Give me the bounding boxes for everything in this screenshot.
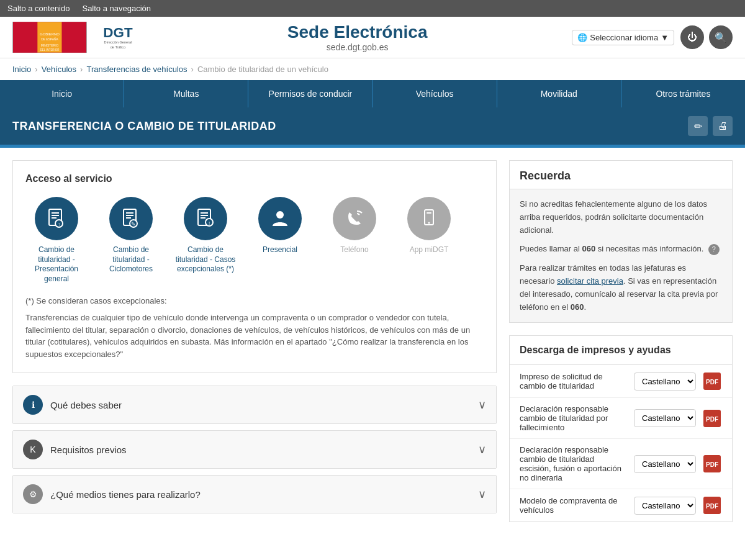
svg-text:DGT: DGT <box>103 25 133 40</box>
breadcrumb-sep-2: › <box>80 65 83 74</box>
user-icon-button[interactable]: ⏻ <box>680 25 704 49</box>
descarga-label-2: Declaración responsable cambio de titula… <box>520 404 628 432</box>
service-access-card: Acceso al servicio ↑ Cambio de titularid… <box>12 160 497 373</box>
nav-otros[interactable]: Otros trámites <box>621 80 745 107</box>
recuerda-num-060-1: 060 <box>582 244 595 253</box>
nav-multas[interactable]: Multas <box>124 80 248 107</box>
descarga-select-3[interactable]: Castellano <box>634 455 696 473</box>
excepcionales-note-text: Transferencias de cualquier tipo de vehí… <box>25 312 484 360</box>
accordion-medios: ⚙ ¿Qué medios tienes para realizarlo? ∨ <box>12 475 497 513</box>
header-tools: 🌐 Seleccionar idioma ▼ ⏻ 🔍 <box>572 25 733 49</box>
pdf-download-4[interactable]: PDF <box>702 495 722 515</box>
right-column: Recuerda Si no acreditas fehacientemente… <box>509 160 733 522</box>
descarga-select-2[interactable]: Castellano <box>634 409 696 427</box>
pdf-download-2[interactable]: PDF <box>702 409 722 428</box>
left-column: Acceso al servicio ↑ Cambio de titularid… <box>12 160 497 522</box>
breadcrumb-inicio[interactable]: Inicio <box>12 65 31 74</box>
skip-to-nav[interactable]: Salto a navegación <box>82 4 151 13</box>
page-title-bar: TRANSFERENCIA O CAMBIO DE TITULARIDAD ✏ … <box>0 107 745 145</box>
service-icon-presencial[interactable]: Presencial <box>249 197 311 284</box>
svg-rect-18 <box>126 212 133 214</box>
language-selector[interactable]: 🌐 Seleccionar idioma ▼ <box>572 30 674 45</box>
icon-circle-presencial <box>258 197 302 240</box>
help-icon[interactable]: ? <box>708 244 720 255</box>
svg-rect-3 <box>62 22 86 52</box>
blue-separator <box>0 145 745 148</box>
pdf-download-3[interactable]: PDF <box>702 454 722 474</box>
chevron-down-icon-2: ∨ <box>478 443 486 456</box>
svg-rect-12 <box>52 212 59 214</box>
main-layout: Acceso al servicio ↑ Cambio de titularid… <box>0 160 745 535</box>
nav-vehiculos[interactable]: Vehículos <box>373 80 497 107</box>
recuerda-title: Recuerda <box>510 161 732 189</box>
descarga-row-1: Impreso de solicitud de cambio de titula… <box>510 365 732 398</box>
breadcrumb-sep-3: › <box>191 65 194 74</box>
svg-rect-26 <box>201 217 205 219</box>
service-access-title: Acceso al servicio <box>25 173 484 184</box>
label-excepcionales: Cambio de titularidad - Casos excepciona… <box>174 245 237 274</box>
icon-circle-ciclomotores: ✎ <box>109 197 153 240</box>
descarga-card: Descarga de impresos y ayudas Impreso de… <box>509 335 733 522</box>
chevron-down-icon-1: ∨ <box>478 398 486 412</box>
service-icon-excepcionales[interactable]: ! Cambio de titularidad - Casos excepcio… <box>174 197 237 284</box>
skip-to-content[interactable]: Salto a contenido <box>7 4 70 13</box>
excepcionales-note-title: (*) Se consideran casos excepcionales: <box>25 296 484 305</box>
recuerda-card: Recuerda Si no acreditas fehacientemente… <box>509 160 733 323</box>
descarga-select-1[interactable]: Castellano <box>634 373 696 391</box>
svg-rect-25 <box>201 215 208 216</box>
service-icon-ciclomotores[interactable]: ✎ Cambio de titularidad - Ciclomotores <box>100 197 162 284</box>
descarga-row-2: Declaración responsable cambio de titula… <box>510 398 732 439</box>
label-presentacion: Cambio de titularidad - Presentación gen… <box>25 245 88 284</box>
chevron-down-icon-3: ∨ <box>478 487 486 501</box>
breadcrumb-sep-1: › <box>35 65 37 74</box>
sede-url: sede.dgt.gob.es <box>155 42 559 52</box>
descarga-select-4[interactable]: Castellano <box>634 497 696 515</box>
edit-button[interactable]: ✏ <box>688 116 708 136</box>
svg-rect-14 <box>52 217 56 219</box>
label-telefono: Teléfono <box>340 245 368 255</box>
svg-text:Dirección General: Dirección General <box>104 40 132 44</box>
accordion-icon-requisitos: K <box>23 440 43 459</box>
main-nav: Inicio Multas Permisos de conducir Vehíc… <box>0 80 745 107</box>
accordion-title-medios: ¿Qué medios tienes para realizarlo? <box>50 489 471 500</box>
sede-heading: Sede Electrónica <box>155 22 559 42</box>
service-icon-presentacion[interactable]: ↑ Cambio de titularidad - Presentación g… <box>25 197 88 284</box>
accordion-header-medios[interactable]: ⚙ ¿Qué medios tienes para realizarlo? ∨ <box>13 476 496 513</box>
icon-circle-midgt <box>407 197 451 240</box>
svg-text:PDF: PDF <box>706 379 718 386</box>
label-presencial: Presencial <box>263 245 297 255</box>
breadcrumb-vehiculos[interactable]: Vehículos <box>42 65 76 74</box>
descarga-row-3: Declaración responsable cambio de titula… <box>510 439 732 489</box>
descarga-label-1: Impreso de solicitud de cambio de titula… <box>520 372 628 391</box>
svg-text:DEL INTERIOR: DEL INTERIOR <box>40 48 60 52</box>
nav-permisos[interactable]: Permisos de conducir <box>248 80 372 107</box>
svg-text:MINISTERIO: MINISTERIO <box>41 44 59 47</box>
recuerda-content: Si no acreditas fehacientemente alguno d… <box>510 189 732 322</box>
accordion-header-que-debes-saber[interactable]: ℹ Qué debes saber ∨ <box>13 386 496 423</box>
cita-previa-link[interactable]: solicitar cita previa <box>557 276 623 286</box>
svg-text:DE ESPAÑA: DE ESPAÑA <box>41 37 58 41</box>
skip-links: Salto a contenido Salto a navegación <box>0 0 745 17</box>
icon-circle-presentacion: ↑ <box>35 197 78 240</box>
gobierno-logo: GOBIERNO DE ESPAÑA MINISTERIO DEL INTERI… <box>12 22 87 53</box>
breadcrumb: Inicio › Vehículos › Transferencias de v… <box>0 58 745 80</box>
nav-movilidad[interactable]: Movilidad <box>497 80 621 107</box>
nav-inicio[interactable]: Inicio <box>0 80 124 107</box>
descarga-row-4: Modelo de compraventa de vehículos Caste… <box>510 489 732 522</box>
recuerda-p1: Si no acreditas fehacientemente alguno d… <box>520 198 722 237</box>
svg-point-29 <box>276 211 284 219</box>
service-icon-telefono[interactable]: Teléfono <box>323 197 386 284</box>
dgt-logo: DGT Dirección General de Tráfico <box>93 22 143 53</box>
svg-text:✎: ✎ <box>131 221 136 227</box>
service-icons-grid: ↑ Cambio de titularidad - Presentación g… <box>25 197 484 284</box>
label-midgt: App miDGT <box>410 245 449 255</box>
descarga-label-3: Declaración responsable cambio de titula… <box>520 445 628 482</box>
svg-text:PDF: PDF <box>706 416 718 423</box>
accordion-header-requisitos[interactable]: K Requisitos previos ∨ <box>13 431 496 468</box>
breadcrumb-current: Cambio de titularidad de un vehículo <box>197 65 328 74</box>
search-icon-button[interactable]: 🔍 <box>709 25 733 49</box>
service-icon-midgt[interactable]: App miDGT <box>398 197 460 284</box>
breadcrumb-transferencias[interactable]: Transferencias de vehículos <box>86 65 187 74</box>
pdf-download-1[interactable]: PDF <box>702 371 722 391</box>
print-button[interactable]: 🖨 <box>713 116 733 136</box>
